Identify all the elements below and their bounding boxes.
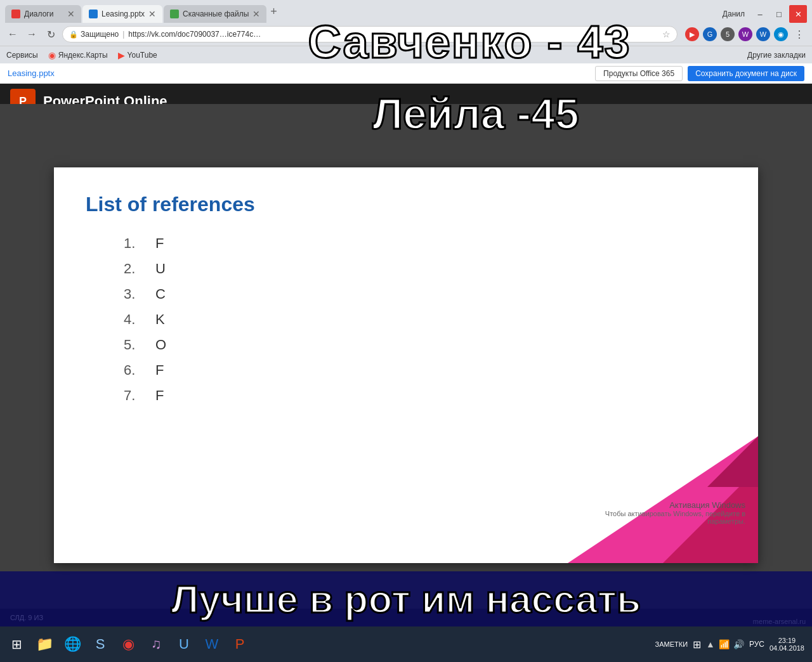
start-button[interactable]: ⊞ — [4, 632, 29, 657]
bookmark-star-icon[interactable]: ☆ — [662, 29, 671, 39]
bookmark-services[interactable]: Сервисы — [6, 51, 38, 60]
window-user: Данил — [723, 10, 745, 18]
office-actions: Продукты Office 365 Сохранить документ н… — [595, 66, 804, 81]
list-item: 4. K — [124, 311, 726, 328]
list-num-4: 4. — [124, 311, 143, 328]
new-tab-button[interactable]: + — [270, 5, 277, 18]
maximize-button[interactable]: □ — [770, 5, 788, 23]
folder-icon: 📁 — [36, 636, 53, 652]
tab-favicon-1 — [11, 10, 20, 18]
menu-button[interactable]: ⋮ — [792, 27, 807, 42]
ppt-taskbar-icon: P — [235, 636, 245, 652]
lock-label: Защищено — [81, 30, 119, 39]
list-num-1: 1. — [124, 235, 143, 252]
tab-leasing[interactable]: Leasing.pptx ✕ — [82, 5, 162, 23]
tab-favicon-2 — [89, 10, 98, 18]
steam-icon: S — [96, 636, 105, 652]
bookmark-youtube-label: YouTube — [128, 51, 157, 60]
taskbar-squares-icon: ⊞ — [693, 639, 701, 651]
products-button[interactable]: Продукты Office 365 — [595, 66, 683, 81]
taskbar-clock: 23:19 04.04.2018 — [769, 637, 804, 652]
list-item: 1. F — [124, 235, 726, 252]
bookmark-youtube[interactable]: ▶ YouTube — [118, 50, 157, 60]
taskbar-chrome[interactable]: 🌐 — [60, 632, 85, 657]
ext-icon-4[interactable]: W — [738, 27, 752, 41]
list-num-3: 3. — [124, 286, 143, 302]
ext-icon-3[interactable]: 5 — [721, 27, 735, 41]
slide-area: List of references 1. F 2. U 3. C 4. K — [0, 104, 812, 626]
list-char-5: O — [155, 337, 166, 353]
tab-dialogi[interactable]: Диалоги ✕ — [5, 5, 81, 23]
ext-icon-2[interactable]: G — [703, 27, 717, 41]
svg-marker-2 — [707, 436, 758, 487]
taskbar-powerpoint[interactable]: P — [227, 632, 252, 657]
taskbar-steam[interactable]: S — [88, 632, 113, 657]
bookmark-yandex-label: Яндекс.Карты — [58, 51, 108, 60]
taskbar-app-red[interactable]: ◉ — [115, 632, 141, 657]
app-blue-icon: U — [179, 636, 189, 652]
window-controls: Данил – □ ✕ — [723, 5, 807, 23]
reload-button[interactable]: ↻ — [43, 27, 58, 42]
list-item: 2. U — [124, 261, 726, 277]
tab-close-3[interactable]: ✕ — [252, 9, 260, 19]
notes-taskbar-btn[interactable]: ЗАМЕТКИ — [655, 640, 688, 648]
activation-title: Активация Windows — [605, 500, 745, 510]
address-bar-row: ← → ↻ 🔒 Защищено | https://vk.com/doc709… — [0, 23, 812, 46]
list-char-2: U — [155, 261, 166, 277]
other-bookmarks-label: Другие закладки — [747, 51, 806, 60]
taskbar-itunes[interactable]: ♫ — [143, 632, 169, 657]
list-num-7: 7. — [124, 387, 143, 404]
language-indicator: РУС — [749, 640, 764, 649]
taskbar: ⊞ 📁 🌐 S ◉ ♫ U W P ЗАМЕТКИ ⊞ ▲ 📶 🔊 РУС 23… — [0, 626, 812, 662]
list-char-4: K — [155, 311, 165, 328]
slide: List of references 1. F 2. U 3. C 4. K — [54, 167, 758, 563]
close-button[interactable]: ✕ — [789, 5, 807, 23]
url-text: https://vk.com/doc7090037…ice774c… — [128, 30, 261, 39]
list-char-7: F — [155, 387, 164, 404]
tab-close-1[interactable]: ✕ — [67, 9, 75, 19]
slide-list: 1. F 2. U 3. C 4. K 5. O — [124, 235, 726, 404]
address-input[interactable]: 🔒 Защищено | https://vk.com/doc7090037…i… — [62, 26, 678, 42]
time-display: 23:19 — [769, 637, 804, 644]
forward-button[interactable]: → — [24, 27, 39, 42]
list-char-1: F — [155, 235, 164, 252]
activation-subtitle2: параметры. — [605, 517, 745, 525]
speaker-icon[interactable]: 🔊 — [733, 639, 744, 649]
word-icon: W — [206, 636, 219, 652]
music-icon: ♫ — [151, 636, 162, 652]
ext-icon-5[interactable]: W — [756, 27, 770, 41]
list-char-6: F — [155, 362, 164, 379]
tab-title-1: Диалоги — [24, 10, 63, 18]
tab-title-2: Leasing.pptx — [102, 10, 145, 18]
tab-favicon-3 — [170, 10, 179, 18]
slide-heading: List of references — [86, 193, 726, 216]
youtube-icon: ▶ — [118, 50, 125, 60]
taskbar-app-blue[interactable]: U — [171, 632, 197, 657]
app-red-icon: ◉ — [122, 636, 134, 652]
other-bookmarks[interactable]: Другие закладки — [747, 51, 806, 60]
watermark: meme-arsenal.ru — [753, 618, 806, 625]
save-button[interactable]: Сохранить документ на диск — [688, 66, 804, 81]
bookmark-yandex[interactable]: ◉ Яндекс.Карты — [48, 50, 108, 60]
list-item: 6. F — [124, 362, 726, 379]
list-item: 5. O — [124, 337, 726, 353]
minimize-button[interactable]: – — [751, 5, 769, 23]
ext-icon-1[interactable]: ▶ — [685, 27, 699, 41]
back-button[interactable]: ← — [5, 27, 20, 42]
extension-icons: ▶ G 5 W W ◉ — [685, 27, 788, 41]
taskbar-file-explorer[interactable]: 📁 — [32, 632, 57, 657]
chrome-icon: 🌐 — [64, 636, 81, 652]
tab-close-2[interactable]: ✕ — [148, 9, 156, 19]
slide-counter-text: СЛД. 9 ИЗ — [10, 614, 43, 621]
list-char-3: C — [155, 286, 166, 302]
list-item: 3. C — [124, 286, 726, 302]
taskbar-word[interactable]: W — [199, 632, 225, 657]
tray-up-icon[interactable]: ▲ — [706, 639, 715, 649]
network-icon[interactable]: 📶 — [719, 639, 730, 649]
browser-frame: Диалоги ✕ Leasing.pptx ✕ Скачанные файлы… — [0, 0, 812, 63]
slide-counter-bar: СЛД. 9 ИЗ — [0, 609, 812, 626]
list-num-6: 6. — [124, 362, 143, 379]
ext-icon-6[interactable]: ◉ — [774, 27, 788, 41]
tab-downloads[interactable]: Скачанные файлы ✕ — [164, 5, 266, 23]
tab-title-3: Скачанные файлы — [183, 10, 249, 18]
